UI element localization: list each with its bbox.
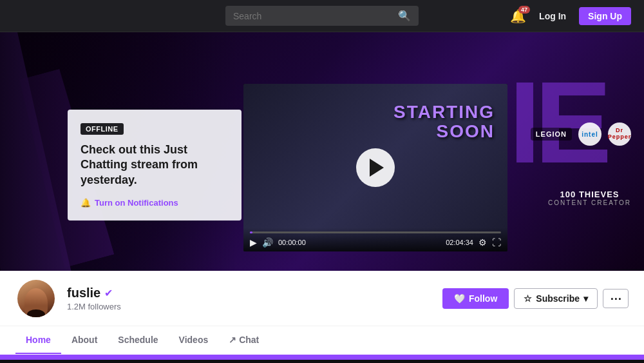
avatar (15, 278, 57, 319)
channel-username: fuslie (67, 286, 100, 300)
settings-icon[interactable]: ⚙ (478, 237, 487, 248)
top-navigation: 🔍 🔔 47 Log In Sign Up (0, 0, 644, 32)
verified-icon: ✔ (104, 287, 113, 299)
offline-panel: OFFLINE Check out this Just Chatting str… (68, 110, 242, 221)
subscribe-button[interactable]: ☆ Subscribe ▾ (514, 288, 598, 309)
signup-button[interactable]: Sign Up (579, 7, 631, 25)
soon-text: SOON (393, 121, 495, 142)
heart-icon: 🤍 (454, 293, 465, 304)
channel-tabs: Home About Schedule Videos ↗ Chat (0, 326, 644, 355)
creator-info: 100 THIEVES CONTENT CREATOR (548, 190, 631, 206)
notif-link-text: Turn on Notifications (95, 198, 178, 208)
nav-right: 🔔 47 Log In Sign Up (510, 7, 631, 25)
chevron-down-icon: ▾ (583, 293, 588, 304)
bottom-accent-bar (0, 355, 644, 360)
drpepper-sponsor: DrPepper (608, 123, 631, 146)
controls-right: 02:04:34 ⚙ ⛶ (446, 237, 501, 248)
time-current: 00:00:00 (278, 239, 306, 246)
follow-button[interactable]: 🤍 Follow (442, 288, 509, 309)
play-button[interactable] (356, 148, 395, 187)
channel-name-row: fuslie ✔ (67, 286, 432, 300)
more-icon: ⋯ (610, 292, 621, 305)
channel-banner: IE OFFLINE Check out this Just Chatting … (0, 32, 644, 271)
offline-message: Check out this Just Chatting stream from… (80, 142, 229, 188)
creator-name: 100 THIEVES (548, 190, 631, 199)
creator-role: CONTENT CREATOR (548, 199, 631, 206)
channel-info-bar: fuslie ✔ 1.2M followers 🤍 Follow ☆ Subsc… (0, 271, 644, 326)
tab-schedule[interactable]: Schedule (108, 327, 168, 354)
progress-bar[interactable] (250, 231, 501, 233)
time-total: 02:04:34 (446, 239, 473, 246)
starting-soon-text: STARTING SOON (381, 97, 507, 148)
star-icon: ☆ (524, 293, 532, 304)
play-pause-icon[interactable]: ▶ (250, 237, 257, 248)
tab-videos[interactable]: Videos (169, 327, 219, 354)
video-content: STARTING SOON (243, 84, 507, 251)
notifications-button[interactable]: 🔔 47 (510, 8, 526, 24)
channel-actions: 🤍 Follow ☆ Subscribe ▾ ⋯ (442, 288, 629, 309)
follower-count: 1.2M followers (67, 302, 432, 311)
tab-about[interactable]: About (61, 327, 108, 354)
controls-row: ▶ 🔊 00:00:00 02:04:34 ⚙ ⛶ (250, 237, 501, 248)
more-options-button[interactable]: ⋯ (603, 289, 629, 308)
fullscreen-icon[interactable]: ⛶ (492, 237, 501, 248)
login-button[interactable]: Log In (533, 7, 573, 25)
starting-text: STARTING (393, 103, 495, 121)
intel-sponsor: intel (578, 123, 601, 146)
progress-fill (250, 231, 252, 233)
bell-icon: 🔔 (80, 198, 91, 208)
search-icon: 🔍 (398, 10, 411, 22)
turn-on-notifications-link[interactable]: 🔔 Turn on Notifications (80, 198, 229, 208)
subscribe-label: Subscribe (536, 293, 580, 304)
video-player[interactable]: STARTING SOON ▶ 🔊 00:00:00 02:04:34 ⚙ (243, 84, 507, 251)
volume-icon[interactable]: 🔊 (262, 237, 273, 248)
tab-home[interactable]: Home (15, 327, 61, 354)
play-triangle-icon (370, 159, 384, 177)
video-controls: ▶ 🔊 00:00:00 02:04:34 ⚙ ⛶ (243, 228, 507, 251)
channel-info: fuslie ✔ 1.2M followers (67, 286, 432, 311)
tab-chat[interactable]: ↗ Chat (218, 327, 269, 354)
offline-badge: OFFLINE (80, 123, 124, 135)
legion-sponsor: LEGION (531, 128, 572, 141)
search-bar[interactable]: 🔍 (225, 6, 419, 26)
notification-badge: 47 (518, 6, 530, 14)
follow-label: Follow (469, 293, 497, 304)
controls-left: ▶ 🔊 00:00:00 (250, 237, 306, 248)
sponsor-logos: LEGION intel DrPepper (531, 123, 631, 146)
search-input[interactable] (233, 11, 393, 21)
avatar-image (17, 280, 55, 317)
